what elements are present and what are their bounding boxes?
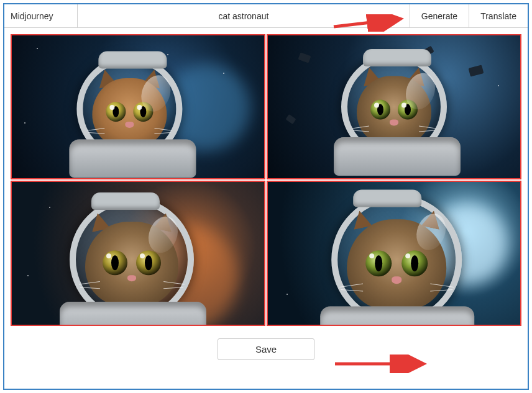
generate-label: Generate: [421, 11, 457, 21]
generated-image-4[interactable]: [267, 181, 521, 326]
image-grid: [4, 28, 528, 326]
generated-image-1[interactable]: [11, 34, 265, 179]
prompt-input[interactable]: cat astronaut: [78, 4, 410, 27]
prompt-text: cat astronaut: [218, 11, 268, 21]
model-selector[interactable]: Midjourney: [4, 4, 78, 27]
save-button[interactable]: Save: [218, 338, 314, 360]
save-label: Save: [255, 344, 277, 355]
generate-button[interactable]: Generate: [410, 4, 469, 27]
generated-image-2[interactable]: [267, 34, 521, 179]
model-label: Midjourney: [11, 11, 53, 21]
toolbar: Midjourney cat astronaut Generate Transl…: [4, 4, 528, 28]
app-frame: Midjourney cat astronaut Generate Transl…: [3, 3, 529, 390]
translate-label: Translate: [480, 11, 516, 21]
translate-button[interactable]: Translate: [469, 4, 528, 27]
generated-image-3[interactable]: [11, 181, 265, 326]
footer: Save: [4, 326, 528, 360]
